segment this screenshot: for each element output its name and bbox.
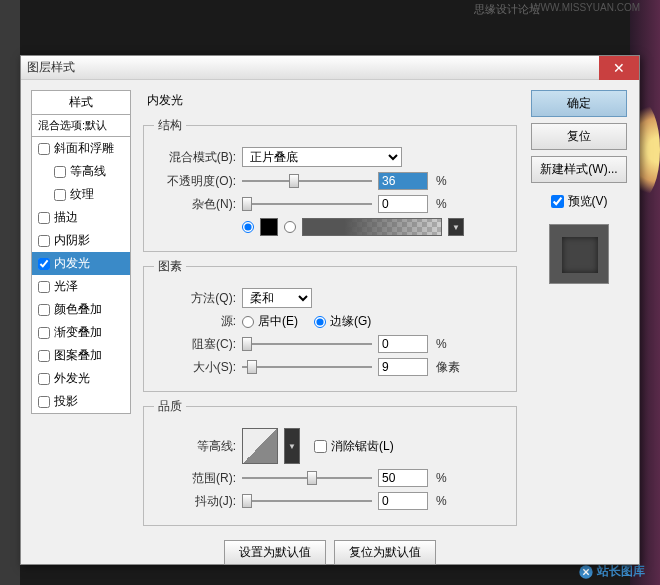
size-input[interactable] <box>378 358 428 376</box>
jitter-input[interactable] <box>378 492 428 510</box>
structure-group: 结构 混合模式(B): 正片叠底 不透明度(O): % 杂色(N): % <box>143 117 517 252</box>
styles-list: 斜面和浮雕 等高线 纹理 描边 内阴影 内发光 光泽 颜色叠加 渐变叠加 图案叠… <box>31 137 131 414</box>
checkbox-gradient-overlay[interactable] <box>38 327 50 339</box>
contour-picker[interactable] <box>242 428 278 464</box>
preview-box <box>549 224 609 284</box>
elements-legend: 图素 <box>154 258 186 275</box>
close-button[interactable]: ✕ <box>599 56 639 80</box>
style-contour[interactable]: 等高线 <box>32 160 130 183</box>
checkbox-satin[interactable] <box>38 281 50 293</box>
noise-label: 杂色(N): <box>154 196 236 213</box>
technique-select[interactable]: 柔和 <box>242 288 312 308</box>
styles-header[interactable]: 样式 <box>31 90 131 114</box>
style-drop-shadow[interactable]: 投影 <box>32 390 130 413</box>
style-outer-glow[interactable]: 外发光 <box>32 367 130 390</box>
style-pattern-overlay[interactable]: 图案叠加 <box>32 344 130 367</box>
layer-style-dialog: 图层样式 ✕ 样式 混合选项:默认 斜面和浮雕 等高线 纹理 描边 内阴影 内发… <box>20 55 640 565</box>
preview-checkbox[interactable] <box>551 195 564 208</box>
quality-group: 品质 等高线: ▼ 消除锯齿(L) 范围(R): % 抖动(J): <box>143 398 517 526</box>
cancel-button[interactable]: 复位 <box>531 123 627 150</box>
antialias-checkbox[interactable] <box>314 440 327 453</box>
style-inner-glow[interactable]: 内发光 <box>32 252 130 275</box>
noise-slider[interactable] <box>242 196 372 212</box>
style-bevel-emboss[interactable]: 斜面和浮雕 <box>32 137 130 160</box>
contour-label: 等高线: <box>154 438 236 455</box>
contour-dropdown-icon[interactable]: ▼ <box>284 428 300 464</box>
checkbox-stroke[interactable] <box>38 212 50 224</box>
technique-label: 方法(Q): <box>154 290 236 307</box>
ok-button[interactable]: 确定 <box>531 90 627 117</box>
style-gradient-overlay[interactable]: 渐变叠加 <box>32 321 130 344</box>
elements-group: 图素 方法(Q): 柔和 源: 居中(E) 边缘(G) 阻塞(C): % <box>143 258 517 392</box>
noise-unit: % <box>436 197 447 211</box>
choke-label: 阻塞(C): <box>154 336 236 353</box>
style-color-overlay[interactable]: 颜色叠加 <box>32 298 130 321</box>
jitter-unit: % <box>436 494 447 508</box>
size-unit: 像素 <box>436 359 460 376</box>
structure-legend: 结构 <box>154 117 186 134</box>
styles-panel: 样式 混合选项:默认 斜面和浮雕 等高线 纹理 描边 内阴影 内发光 光泽 颜色… <box>31 90 131 554</box>
choke-unit: % <box>436 337 447 351</box>
style-inner-shadow[interactable]: 内阴影 <box>32 229 130 252</box>
new-style-button[interactable]: 新建样式(W)... <box>531 156 627 183</box>
checkbox-pattern-overlay[interactable] <box>38 350 50 362</box>
blend-mode-label: 混合模式(B): <box>154 149 236 166</box>
jitter-slider[interactable] <box>242 493 372 509</box>
gradient-dropdown-icon[interactable]: ▼ <box>448 218 464 236</box>
range-label: 范围(R): <box>154 470 236 487</box>
blend-options-default[interactable]: 混合选项:默认 <box>31 114 131 137</box>
color-swatch[interactable] <box>260 218 278 236</box>
style-stroke[interactable]: 描边 <box>32 206 130 229</box>
checkbox-outer-glow[interactable] <box>38 373 50 385</box>
style-satin[interactable]: 光泽 <box>32 275 130 298</box>
range-slider[interactable] <box>242 470 372 486</box>
choke-input[interactable] <box>378 335 428 353</box>
opacity-input[interactable] <box>378 172 428 190</box>
logo-icon <box>578 564 594 580</box>
source-edge-radio[interactable] <box>314 316 326 328</box>
jitter-label: 抖动(J): <box>154 493 236 510</box>
opacity-unit: % <box>436 174 447 188</box>
source-label: 源: <box>154 313 236 330</box>
checkbox-bevel[interactable] <box>38 143 50 155</box>
watermark-top-url: WWW.MISSYUAN.COM <box>531 2 640 13</box>
noise-input[interactable] <box>378 195 428 213</box>
source-center-label: 居中(E) <box>258 313 298 330</box>
main-title: 内发光 <box>143 90 517 111</box>
titlebar: 图层样式 ✕ <box>21 56 639 80</box>
right-panel: 确定 复位 新建样式(W)... 预览(V) <box>529 90 629 554</box>
checkbox-drop-shadow[interactable] <box>38 396 50 408</box>
reset-default-button[interactable]: 复位为默认值 <box>334 540 436 565</box>
color-radio-gradient[interactable] <box>284 221 296 233</box>
opacity-slider[interactable] <box>242 173 372 189</box>
color-radio-solid[interactable] <box>242 221 254 233</box>
set-default-button[interactable]: 设置为默认值 <box>224 540 326 565</box>
source-center-radio[interactable] <box>242 316 254 328</box>
choke-slider[interactable] <box>242 336 372 352</box>
preview-label: 预览(V) <box>568 193 608 210</box>
blend-mode-select[interactable]: 正片叠底 <box>242 147 402 167</box>
watermark-top-text: 思缘设计论坛 <box>474 2 540 17</box>
range-input[interactable] <box>378 469 428 487</box>
source-edge-label: 边缘(G) <box>330 313 371 330</box>
checkbox-inner-shadow[interactable] <box>38 235 50 247</box>
size-slider[interactable] <box>242 359 372 375</box>
checkbox-color-overlay[interactable] <box>38 304 50 316</box>
range-unit: % <box>436 471 447 485</box>
dialog-title: 图层样式 <box>27 59 75 76</box>
checkbox-texture[interactable] <box>54 189 66 201</box>
quality-legend: 品质 <box>154 398 186 415</box>
size-label: 大小(S): <box>154 359 236 376</box>
opacity-label: 不透明度(O): <box>154 173 236 190</box>
watermark-bottom: 站长图库 <box>578 563 645 580</box>
antialias-label: 消除锯齿(L) <box>331 438 394 455</box>
checkbox-inner-glow[interactable] <box>38 258 50 270</box>
style-texture[interactable]: 纹理 <box>32 183 130 206</box>
checkbox-contour[interactable] <box>54 166 66 178</box>
main-panel: 内发光 结构 混合模式(B): 正片叠底 不透明度(O): % 杂色(N): <box>139 90 521 554</box>
gradient-picker[interactable] <box>302 218 442 236</box>
